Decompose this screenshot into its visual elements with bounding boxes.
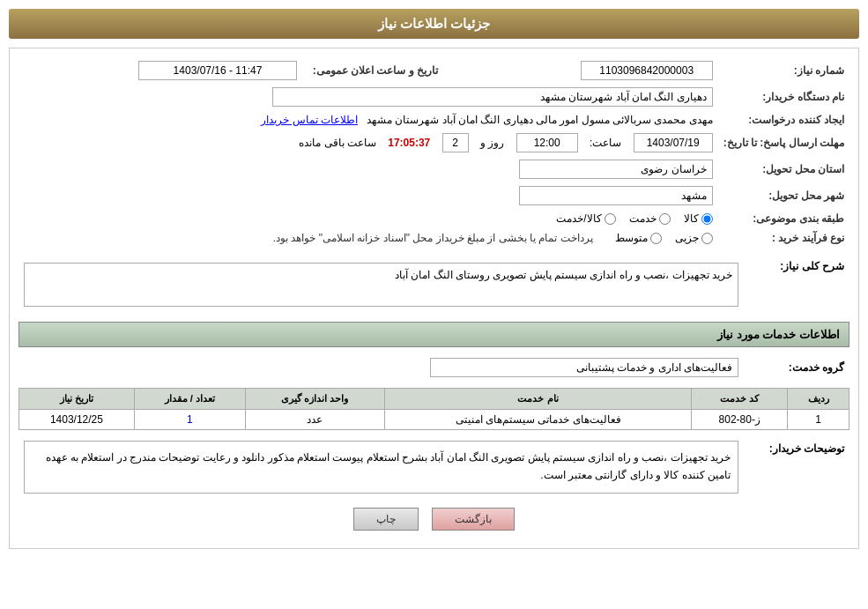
mohlat-label: مهلت ارسال پاسخ: تا تاریخ: — [718, 130, 849, 156]
tabaghe-value-cell: کالا خدمت کالا/خدمت — [19, 209, 718, 228]
noefarayand-value-cell: جزیی متوسط پرداخت تمام یا بخشی از مبلغ خ… — [19, 228, 718, 248]
shomareNiaz-value: 1103096842000003 — [581, 61, 713, 80]
buttons-row: بازگشت چاپ — [19, 508, 849, 539]
namDastgah-label: نام دستگاه خریدار: — [718, 84, 849, 110]
tawzihat-label: توضیحات خریدار: — [744, 437, 849, 497]
back-button[interactable]: بازگشت — [432, 508, 515, 531]
page-header: جزئیات اطلاعات نیاز — [9, 9, 859, 39]
khadamat-section-header: اطلاعات خدمات مورد نیاز — [19, 322, 849, 347]
noefarayand-label: نوع فرآیند خرید : — [718, 228, 849, 248]
col-tedad: تعداد / مقدار — [134, 389, 245, 410]
shahr-value-cell: مشهد — [19, 182, 718, 209]
mohlat-timer-label: ساعت باقی مانده — [299, 137, 376, 149]
sharhKoli-label: شرح کلی نیاز: — [744, 255, 849, 315]
namDastgah-value: دهیاری النگ امان آباد شهرستان مشهد — [272, 87, 713, 107]
ijadKonande-value: مهدی محمدی سربالائی مسول امور مالی دهیار… — [367, 114, 713, 126]
main-content: شماره نیاز: 1103096842000003 تاریخ و ساع… — [9, 48, 859, 549]
shomareNiaz-label: شماره نیاز: — [718, 57, 849, 84]
radio-kala[interactable]: کالا — [684, 212, 713, 225]
ostan-label: استان محل تحویل: — [718, 156, 849, 182]
ostan-value-cell: خراسان رضوی — [19, 156, 718, 182]
mohlat-timer: 17:05:37 — [388, 137, 430, 149]
tabaghe-label: طبقه بندی موضوعی: — [718, 209, 849, 228]
ijadKonande-link[interactable]: اطلاعات تماس خریدار — [261, 114, 358, 126]
namDastgah-value-cell: دهیاری النگ امان آباد شهرستان مشهد — [19, 84, 718, 110]
sharhKoli-value: خرید تجهیزات ،نصب و راه اندازی سیستم پای… — [24, 263, 738, 307]
mohlat-roz-label: روز و — [480, 137, 504, 149]
grohe-label: گروه خدمت: — [744, 354, 849, 381]
mohlat-roz: 2 — [442, 133, 469, 152]
col-vahed: واحد اندازه گیری — [245, 389, 384, 410]
col-name: نام خدمت — [384, 389, 691, 410]
takhAelan-value-cell: 1403/07/16 - 11:47 — [19, 57, 302, 84]
col-kod: کد خدمت — [692, 389, 788, 410]
tawzihat-section: توضیحات خریدار: خرید تجهیزات ،نصب و راه … — [19, 437, 849, 497]
shahr-value: مشهد — [519, 186, 713, 205]
top-info-table: شماره نیاز: 1103096842000003 تاریخ و ساع… — [19, 57, 849, 248]
table-row: 1ز-80-802فعالیت‌های خدماتی سیستم‌های امن… — [19, 410, 849, 430]
ostan-value: خراسان رضوی — [519, 160, 713, 179]
col-tarikh: تاریخ نیاز — [19, 389, 135, 410]
takhAelan-label: تاریخ و ساعت اعلان عمومی: — [302, 57, 443, 84]
ijadKonande-label: ایجاد کننده درخواست: — [718, 110, 849, 130]
ijadKonande-value-cell: مهدی محمدی سربالائی مسول امور مالی دهیار… — [19, 110, 718, 130]
mohlat-value-cell: 1403/07/19 ساعت: 12:00 روز و 2 17:05:37 … — [19, 130, 718, 156]
mohlat-date: 1403/07/19 — [634, 133, 713, 152]
print-button[interactable]: چاپ — [353, 508, 419, 531]
radio-motevaset[interactable]: متوسط — [615, 232, 662, 244]
shahr-label: شهر محل تحویل: — [718, 182, 849, 209]
tawzihat-value: خرید تجهیزات ،نصب و راه اندازی سیستم پای… — [24, 441, 738, 494]
mohlat-saat: 12:00 — [516, 133, 578, 152]
noefarayand-text: پرداخت تمام یا بخشی از مبلغ خریداز محل "… — [273, 232, 593, 244]
sharh-section: شرح کلی نیاز: خرید تجهیزات ،نصب و راه ان… — [19, 255, 849, 315]
radio-kala-khedmat[interactable]: کالا/خدمت — [556, 212, 615, 225]
shomareNiaz-value-cell: 1103096842000003 — [479, 57, 718, 84]
radio-jozii[interactable]: جزیی — [675, 232, 713, 244]
grohe-value: فعالیت‌های اداری و خدمات پشتیبانی — [430, 358, 738, 377]
grohe-table: گروه خدمت: فعالیت‌های اداری و خدمات پشتی… — [19, 354, 849, 381]
radio-khedmat[interactable]: خدمت — [629, 212, 671, 225]
mohlat-saat-label: ساعت: — [590, 137, 621, 149]
services-table: ردیف کد خدمت نام خدمت واحد اندازه گیری ت… — [19, 388, 849, 430]
col-radif: ردیف — [788, 389, 849, 410]
takhAelan-value: 1403/07/16 - 11:47 — [138, 61, 297, 80]
